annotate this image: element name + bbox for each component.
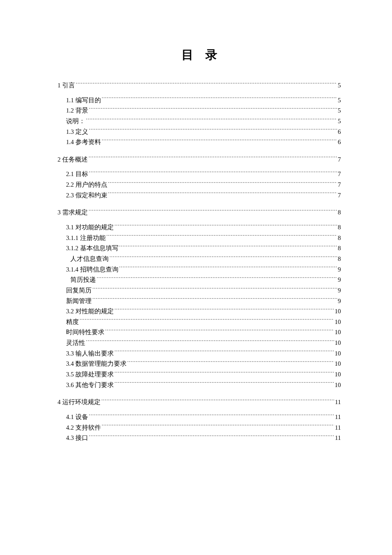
toc-entry-page: 8	[338, 207, 341, 218]
toc-entry-label: 2.1 目标	[66, 169, 88, 179]
toc-dots	[89, 208, 337, 215]
toc-dots	[86, 117, 337, 123]
toc-entry: 4.3 接口11	[58, 433, 341, 443]
toc-entry-page: 5	[338, 80, 341, 91]
toc-entry: 2.1 目标7	[58, 169, 341, 179]
toc-entry-page: 10	[335, 369, 341, 380]
toc-entry-label: 1.2 背景	[66, 105, 88, 116]
toc-entry-page: 11	[335, 412, 341, 422]
toc-entry: 4.1 设备11	[58, 412, 341, 422]
toc-entry-label: 人才信息查询	[70, 254, 109, 264]
toc-entry: 2.2 用户的特点7	[58, 179, 341, 190]
toc-entry: 4 运行环境规定11	[58, 397, 341, 408]
toc-entry: 3.1 对功能的规定8	[58, 222, 341, 233]
toc-list: 1 引言51.1 编写目的51.2 背景5说明：51.3 定义61.4 参考资料…	[58, 80, 341, 443]
toc-entry: 3.2 对性能的规定10	[58, 306, 341, 317]
toc-entry-label: 3.2 对性能的规定	[66, 306, 114, 317]
toc-entry-label: 3.5 故障处理要求	[66, 369, 114, 380]
toc-entry-page: 8	[338, 243, 341, 254]
toc-entry: 3.1.4 招聘信息查询9	[58, 264, 341, 275]
toc-entry-label: 1.1 编写目的	[66, 95, 101, 106]
toc-dots	[108, 191, 337, 197]
toc-entry-label: 回复简历	[66, 285, 92, 296]
toc-entry-label: 3 需求规定	[58, 207, 88, 218]
toc-dots	[89, 434, 334, 440]
toc-entry: 3.1.1 注册功能8	[58, 233, 341, 243]
toc-dots	[115, 381, 334, 387]
toc-entry-label: 1 引言	[58, 80, 75, 91]
toc-entry-page: 7	[338, 179, 341, 190]
toc-entry-label: 新闻管理	[66, 296, 92, 306]
toc-dots	[107, 234, 337, 240]
toc-entry: 说明：5	[58, 116, 341, 127]
toc-dots	[119, 244, 337, 251]
toc-entry: 时间特性要求10	[58, 327, 341, 338]
toc-entry-page: 6	[338, 137, 341, 147]
toc-dots	[80, 318, 334, 324]
toc-entry-page: 10	[335, 380, 341, 390]
toc-entry-label: 3.1.2 基本信息填写	[66, 243, 118, 254]
toc-dots	[76, 81, 337, 88]
toc-entry-page: 10	[335, 348, 341, 359]
toc-dots	[108, 181, 337, 187]
toc-dots	[115, 223, 337, 230]
toc-entry: 1.3 定义6	[58, 127, 341, 137]
toc-dots	[127, 360, 334, 366]
toc-entry-page: 6	[338, 127, 341, 137]
toc-entry-page: 10	[335, 327, 341, 338]
toc-entry: 3.1.2 基本信息填写8	[58, 243, 341, 254]
toc-dots	[97, 276, 337, 282]
toc-entry-label: 说明：	[66, 116, 85, 127]
toc-entry-label: 3.1 对功能的规定	[66, 222, 114, 233]
toc-entry: 灵活性10	[58, 338, 341, 348]
toc-entry: 3.5 故障处理要求10	[58, 369, 341, 380]
toc-entry-label: 2.3 假定和约束	[66, 190, 107, 201]
toc-dots	[102, 96, 337, 102]
toc-entry-label: 3.4 数据管理能力要求	[66, 358, 127, 369]
toc-entry-page: 5	[338, 116, 341, 127]
toc-entry-page: 10	[335, 338, 341, 348]
toc-dots	[115, 370, 334, 377]
toc-dots	[89, 155, 337, 162]
toc-dots	[102, 423, 334, 430]
toc-entry-label: 2 任务概述	[58, 154, 88, 165]
toc-entry-page: 8	[338, 254, 341, 264]
toc-dots	[115, 307, 334, 314]
toc-dots	[89, 170, 337, 176]
toc-entry: 1.2 背景5	[58, 105, 341, 116]
toc-dots	[101, 398, 334, 405]
toc-entry: 3 需求规定8	[58, 207, 341, 218]
toc-entry: 新闻管理9	[58, 296, 341, 306]
toc-entry-page: 5	[338, 95, 341, 106]
toc-dots	[89, 107, 337, 113]
toc-entry-label: 简历投递	[70, 275, 96, 285]
toc-entry-label: 4.2 支持软件	[66, 422, 101, 433]
toc-entry-page: 10	[335, 306, 341, 317]
toc-entry-page: 9	[338, 275, 341, 285]
toc-entry: 2 任务概述7	[58, 154, 341, 165]
toc-dots	[92, 297, 337, 303]
toc-entry: 人才信息查询8	[58, 254, 341, 264]
toc-entry-label: 4 运行环境规定	[58, 397, 101, 408]
toc-dots	[92, 286, 337, 292]
toc-entry-page: 11	[335, 397, 341, 408]
toc-title: 目录	[58, 47, 341, 63]
toc-entry-label: 精度	[66, 317, 79, 327]
toc-entry-page: 7	[338, 169, 341, 179]
toc-entry: 3.4 数据管理能力要求10	[58, 358, 341, 369]
toc-dots	[110, 254, 337, 261]
toc-dots	[115, 349, 334, 356]
toc-dots	[105, 328, 334, 335]
toc-entry-label: 3.6 其他专门要求	[66, 380, 114, 390]
toc-dots	[89, 413, 334, 419]
toc-entry-label: 1.4 参考资料	[66, 137, 101, 147]
toc-entry: 1 引言5	[58, 80, 341, 91]
toc-entry-label: 灵活性	[66, 338, 85, 348]
toc-entry: 4.2 支持软件11	[58, 422, 341, 433]
toc-entry-page: 5	[338, 105, 341, 116]
toc-entry: 1.4 参考资料6	[58, 137, 341, 147]
toc-entry: 精度10	[58, 317, 341, 327]
toc-entry-page: 9	[338, 285, 341, 296]
toc-entry-page: 7	[338, 154, 341, 165]
toc-entry-label: 时间特性要求	[66, 327, 104, 338]
